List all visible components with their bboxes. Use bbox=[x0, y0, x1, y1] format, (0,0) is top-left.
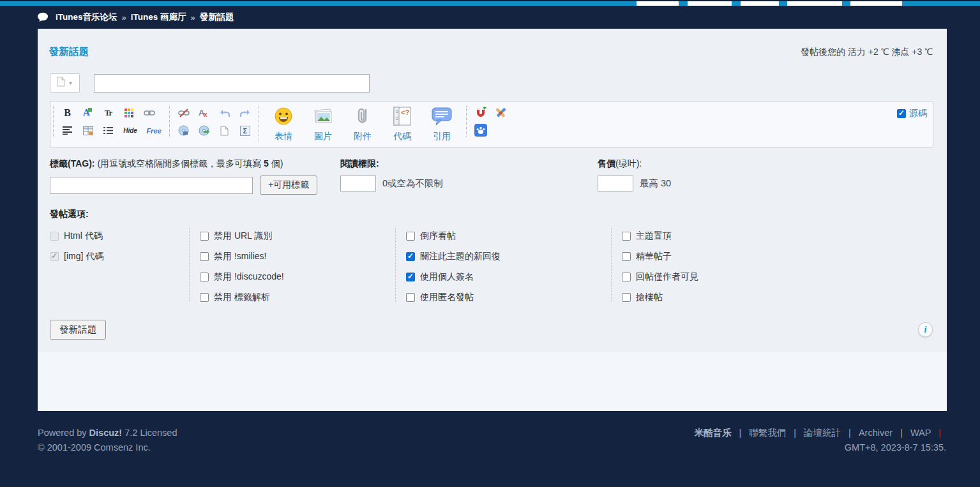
page-icon bbox=[57, 77, 65, 89]
option-disable-smilies-checkbox[interactable] bbox=[200, 252, 209, 261]
tag-hint: (用逗號或空格隔開多個標籤，最多可填寫 bbox=[97, 158, 264, 169]
option-disable-discuzcode-checkbox[interactable] bbox=[200, 273, 209, 281]
tag-section: 標籤(TAG): (用逗號或空格隔開多個標籤，最多可填寫 5 個) +可用標籤 bbox=[50, 158, 340, 195]
price-label: 售價 bbox=[598, 158, 615, 169]
footer: Powered by Discuz! 7.2 Licensed © 2001-2… bbox=[0, 411, 980, 455]
read-permission-hint: 0或空為不限制 bbox=[382, 177, 443, 190]
info-icon[interactable]: i bbox=[918, 322, 933, 337]
option-digest[interactable]: 精華帖子 bbox=[622, 252, 947, 261]
powered-by-suffix: 7.2 Licensed bbox=[122, 428, 177, 438]
option-disable-tagparse-checkbox[interactable] bbox=[200, 293, 209, 302]
paw-icon[interactable] bbox=[473, 123, 488, 137]
option-digest-checkbox[interactable] bbox=[622, 252, 631, 261]
main-panel: 發新話題 發帖後您的 活力 +2 ℃ 沸点 +3 ℃ ▼ B A Tr bbox=[38, 29, 947, 411]
subject-input[interactable] bbox=[94, 74, 370, 93]
quote-icon bbox=[431, 106, 453, 129]
top-nav-tab[interactable] bbox=[637, 1, 679, 6]
option-disable-url-checkbox[interactable] bbox=[200, 232, 209, 241]
top-nav-tab[interactable] bbox=[741, 1, 779, 6]
remove-format-icon[interactable]: Ax bbox=[197, 106, 211, 119]
footer-separator: | bbox=[939, 428, 941, 438]
price-input[interactable] bbox=[598, 176, 633, 191]
option-floor-rush-checkbox[interactable] bbox=[622, 293, 631, 302]
option-reverse-order-checkbox[interactable] bbox=[406, 232, 415, 241]
svg-text:<?: <? bbox=[401, 109, 409, 116]
unlink-icon[interactable] bbox=[176, 106, 191, 119]
hide-icon[interactable]: Hide bbox=[121, 124, 139, 137]
media-insert-icon[interactable] bbox=[197, 124, 211, 137]
source-checkbox[interactable] bbox=[897, 109, 906, 118]
link-icon[interactable] bbox=[142, 106, 156, 119]
top-nav-tab[interactable] bbox=[688, 1, 732, 6]
crayons-icon[interactable] bbox=[493, 106, 508, 119]
option-anonymous-checkbox[interactable] bbox=[406, 293, 415, 302]
option-use-signature[interactable]: 使用個人簽名 bbox=[406, 273, 611, 281]
copyright-text: © 2001-2009 Comsenz Inc. bbox=[38, 440, 177, 455]
font-size-icon[interactable]: Tr bbox=[101, 106, 116, 119]
top-nav-tab[interactable] bbox=[787, 1, 842, 6]
option-disable-url[interactable]: 禁用 URL 識別 bbox=[200, 232, 395, 241]
option-use-signature-checkbox[interactable] bbox=[406, 273, 415, 281]
blank-page-icon[interactable] bbox=[217, 124, 232, 137]
powered-by-text: Powered by bbox=[38, 428, 89, 438]
tag-hint-suffix: 個) bbox=[269, 158, 283, 169]
free-icon[interactable]: Free bbox=[145, 124, 163, 137]
option-sticky-checkbox[interactable] bbox=[622, 232, 631, 241]
sum-icon[interactable]: Σ bbox=[237, 124, 252, 137]
breadcrumb: iTunes音乐论坛 » iTunes 画廊厅 » 發新話題 bbox=[0, 6, 980, 29]
svg-text:Σ: Σ bbox=[243, 127, 247, 135]
submit-new-topic-button[interactable]: 發新話題 bbox=[50, 320, 106, 340]
read-permission-label: 閱讀權限: bbox=[340, 158, 379, 169]
code-button[interactable]: 12<? 代碼 bbox=[386, 106, 419, 142]
option-disable-tagparse[interactable]: 禁用 標籤解析 bbox=[200, 293, 395, 302]
footer-link-wap[interactable]: WAP bbox=[910, 428, 931, 438]
tag-input[interactable] bbox=[50, 177, 253, 194]
option-img-code: [img] 代碼 bbox=[50, 252, 189, 261]
option-sticky[interactable]: 主題置頂 bbox=[622, 232, 947, 241]
top-nav-tab[interactable] bbox=[850, 1, 902, 6]
media-disc-icon[interactable] bbox=[176, 124, 191, 137]
footer-link-home[interactable]: 米酷音乐 bbox=[694, 428, 731, 438]
magnet-icon[interactable] bbox=[473, 106, 488, 119]
option-author-only-checkbox[interactable] bbox=[622, 273, 631, 281]
attachment-button[interactable]: 附件 bbox=[346, 106, 379, 142]
new-topic-form: 發新話題 發帖後您的 活力 +2 ℃ 沸点 +3 ℃ ▼ B A Tr bbox=[38, 29, 947, 352]
align-icon[interactable] bbox=[60, 124, 75, 137]
price-hint: 最高 30 bbox=[640, 177, 671, 190]
redo-icon[interactable] bbox=[237, 106, 252, 119]
list-icon[interactable] bbox=[101, 124, 116, 137]
image-button[interactable]: 圖片 bbox=[306, 106, 340, 142]
option-subscribe-replies-checkbox[interactable] bbox=[406, 252, 415, 261]
top-nav-strip bbox=[0, 0, 980, 6]
font-color-icon[interactable]: A bbox=[80, 106, 95, 119]
page-title: 發新話題 bbox=[49, 45, 89, 59]
image-label: 圖片 bbox=[314, 131, 332, 142]
post-reward-note: 發帖後您的 活力 +2 ℃ 沸点 +3 ℃ bbox=[801, 47, 933, 58]
table-icon[interactable] bbox=[80, 124, 95, 137]
option-anonymous[interactable]: 使用匿名發帖 bbox=[406, 293, 611, 302]
smiley-button[interactable]: 表情 bbox=[267, 106, 300, 142]
undo-icon[interactable] bbox=[217, 106, 232, 119]
bold-icon[interactable]: B bbox=[60, 106, 75, 119]
read-permission-input[interactable] bbox=[340, 176, 376, 191]
option-subscribe-replies[interactable]: 關注此主題的新回復 bbox=[406, 252, 611, 261]
footer-link-archiver[interactable]: Archiver bbox=[859, 428, 893, 438]
option-disable-discuzcode[interactable]: 禁用 !discuzcode! bbox=[200, 273, 395, 281]
breadcrumb-link-forum[interactable]: iTunes音乐论坛 bbox=[56, 11, 117, 23]
topic-icon-select[interactable]: ▼ bbox=[50, 73, 80, 93]
svg-text:x: x bbox=[204, 111, 207, 117]
option-author-only[interactable]: 回帖僅作者可見 bbox=[622, 273, 947, 281]
quote-button[interactable]: 引用 bbox=[425, 106, 458, 142]
color-palette-icon[interactable] bbox=[121, 106, 136, 119]
discuz-brand: Discuz! bbox=[89, 428, 123, 438]
chevron-down-icon: ▼ bbox=[68, 80, 73, 86]
footer-link-stats[interactable]: 論壇統計 bbox=[804, 428, 841, 438]
available-tags-button[interactable]: +可用標籤 bbox=[260, 176, 317, 195]
option-floor-rush[interactable]: 搶樓帖 bbox=[622, 293, 947, 302]
option-img-code-checkbox bbox=[50, 252, 59, 261]
option-disable-smilies[interactable]: 禁用 !smilies! bbox=[200, 252, 395, 261]
breadcrumb-link-board[interactable]: iTunes 画廊厅 bbox=[131, 11, 186, 23]
breadcrumb-separator: » bbox=[191, 13, 195, 22]
option-reverse-order[interactable]: 倒序看帖 bbox=[406, 232, 611, 241]
footer-link-contact[interactable]: 聯繫我們 bbox=[749, 428, 786, 438]
